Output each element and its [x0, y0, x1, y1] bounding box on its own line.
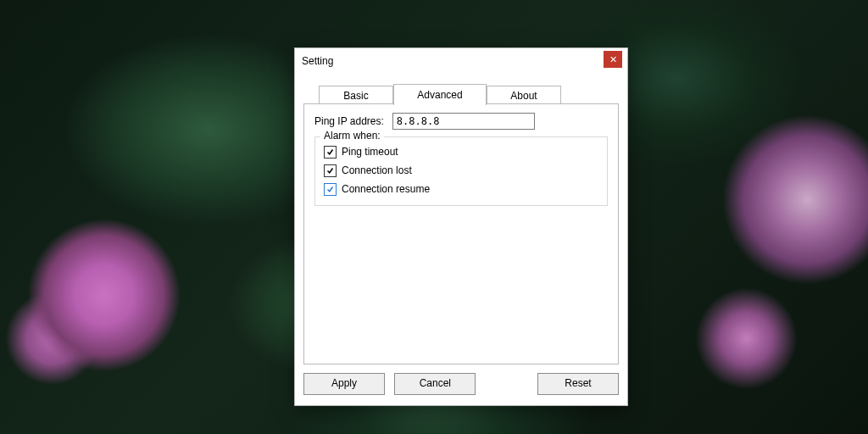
close-button[interactable]: ✕ [604, 51, 622, 68]
alarm-when-legend: Alarm when: [320, 130, 384, 142]
ping-ip-label: Ping IP addres: [314, 115, 384, 127]
checkbox-box [324, 183, 337, 196]
tab-basic[interactable]: Basic [319, 86, 393, 105]
tab-panel-advanced: Ping IP addres: Alarm when: Ping timeout… [303, 104, 619, 364]
titlebar[interactable]: Setting ✕ [295, 48, 627, 74]
checkbox-label: Connection lost [342, 164, 412, 176]
window-title: Setting [302, 55, 333, 67]
check-icon [326, 167, 334, 175]
checkbox-connection-lost[interactable]: Connection lost [324, 161, 598, 180]
check-icon [326, 148, 334, 156]
tab-advanced[interactable]: Advanced [393, 84, 487, 105]
checkbox-box [324, 146, 337, 159]
check-icon [326, 186, 334, 193]
checkbox-box [324, 164, 337, 177]
ping-ip-row: Ping IP addres: [314, 113, 608, 130]
checkbox-ping-timeout[interactable]: Ping timeout [324, 142, 598, 161]
reset-button[interactable]: Reset [537, 373, 619, 395]
checkbox-connection-resume[interactable]: Connection resume [324, 180, 598, 198]
dialog-button-row: Apply Cancel Reset [303, 373, 619, 397]
settings-dialog: Setting ✕ Basic Advanced About Ping IP a… [294, 47, 628, 406]
close-icon: ✕ [609, 54, 617, 64]
tab-about[interactable]: About [487, 86, 561, 105]
apply-button[interactable]: Apply [303, 373, 385, 395]
tab-strip: Basic Advanced About [303, 84, 619, 104]
checkbox-label: Ping timeout [342, 146, 398, 158]
alarm-when-group: Alarm when: Ping timeout Connection lost [314, 136, 608, 206]
checkbox-label: Connection resume [342, 183, 430, 195]
ping-ip-input[interactable] [392, 113, 535, 130]
cancel-button[interactable]: Cancel [394, 373, 476, 395]
